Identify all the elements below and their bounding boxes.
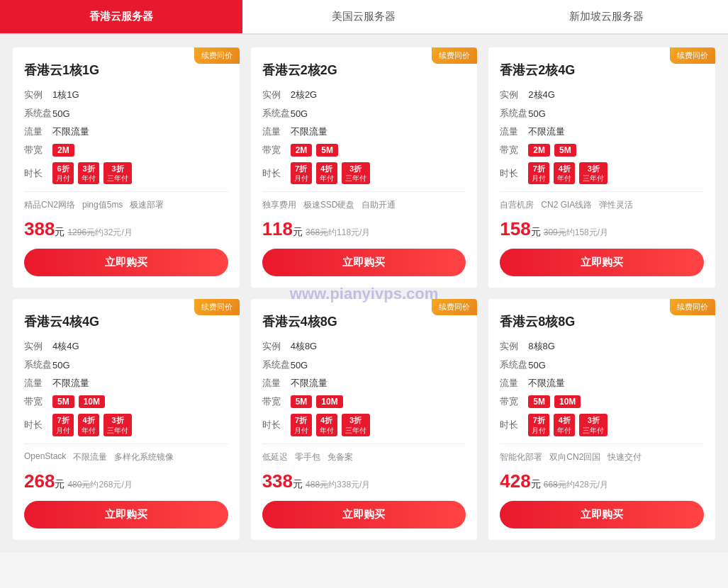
buy-button[interactable]: 立即购买 [500, 249, 704, 276]
spec-row: 系统盘50G [262, 107, 466, 120]
price-section: 158元309元约158元/月 [500, 218, 704, 240]
duration-tag[interactable]: 7折月付 [291, 414, 312, 436]
features-list: 精品CN2网络ping值5ms极速部署 [24, 199, 228, 211]
bandwidth-tag[interactable]: 5M [316, 144, 338, 157]
buy-button[interactable]: 立即购买 [262, 501, 466, 528]
bandwidth-row: 带宽2M5M [262, 144, 466, 157]
bandwidth-tags: 5M10M [52, 395, 105, 408]
bandwidth-label: 带宽 [500, 395, 528, 408]
bandwidth-tag[interactable]: 5M [291, 395, 313, 408]
duration-tag[interactable]: 7折月付 [52, 414, 74, 436]
buy-button[interactable]: 立即购买 [24, 501, 228, 528]
spec-value: 不限流量 [52, 377, 89, 390]
duration-tag[interactable]: 3折三年付 [579, 414, 607, 436]
buy-button[interactable]: 立即购买 [500, 501, 704, 528]
spec-value: 4核8G [291, 340, 318, 353]
spec-value: 50G [52, 108, 70, 119]
spec-value: 不限流量 [291, 125, 327, 138]
spec-value: 8核8G [528, 340, 555, 353]
bandwidth-tag[interactable]: 5M [554, 144, 576, 157]
duration-tag[interactable]: 3折三年付 [103, 162, 132, 184]
duration-tags: 7折月付4折年付3折三年付 [528, 414, 607, 436]
spec-row: 流量不限流量 [262, 125, 466, 138]
products-grid: 续费同价香港云1核1G实例1核1G系统盘50G流量不限流量带宽2M时长6折月付3… [0, 35, 728, 553]
price-original: 488元 [306, 480, 328, 490]
product-title: 香港云1核1G [24, 62, 228, 79]
bandwidth-tag[interactable]: 2M [52, 144, 74, 157]
price-original: 668元 [544, 480, 566, 490]
product-card-1: 续费同价香港云1核1G实例1核1G系统盘50G流量不限流量带宽2M时长6折月付3… [13, 47, 240, 288]
product-card-4: 续费同价香港云4核4G实例4核4G系统盘50G流量不限流量带宽5M10M时长7折… [13, 299, 240, 539]
duration-tag[interactable]: 4折年付 [554, 414, 575, 436]
bandwidth-tags: 2M5M [528, 144, 576, 157]
spec-value: 2核4G [528, 89, 555, 101]
tab-usa[interactable]: 美国云服务器 [242, 0, 485, 33]
duration-tag[interactable]: 4折年付 [316, 162, 337, 184]
bandwidth-tag[interactable]: 10M [316, 395, 342, 408]
price-main: 158 [500, 218, 530, 239]
duration-tag[interactable]: 3折三年付 [579, 162, 607, 184]
duration-tag[interactable]: 4折年付 [554, 162, 575, 184]
feature-item: 不限流量 [73, 451, 107, 463]
spec-row: 流量不限流量 [500, 125, 704, 138]
price-monthly: 约158元/月 [566, 227, 608, 237]
price-original: 368元 [306, 227, 328, 237]
feature-item: 独享费用 [262, 199, 296, 211]
duration-tag[interactable]: 3折三年付 [342, 414, 370, 436]
bandwidth-tag[interactable]: 2M [528, 144, 550, 157]
spec-label: 系统盘 [24, 358, 52, 371]
spec-value: 不限流量 [291, 377, 327, 390]
duration-tag[interactable]: 7折月付 [291, 162, 312, 184]
duration-tag[interactable]: 4折年付 [316, 414, 337, 436]
duration-tag[interactable]: 3折年付 [78, 162, 99, 184]
feature-item: 智能化部署 [500, 451, 542, 463]
buy-button[interactable]: 立即购买 [24, 249, 228, 276]
duration-tag[interactable]: 3折三年付 [342, 162, 370, 184]
product-title: 香港云4核8G [262, 313, 466, 330]
price-monthly: 约268元/月 [90, 480, 132, 490]
duration-tag[interactable]: 6折月付 [52, 162, 74, 184]
duration-label: 时长 [500, 167, 528, 180]
duration-tags: 7折月付4折年付3折三年付 [291, 414, 370, 436]
spec-row: 系统盘50G [24, 107, 228, 120]
spec-value: 2核2G [291, 89, 318, 101]
price-section: 268元480元约268元/月 [24, 470, 228, 492]
duration-tag[interactable]: 4折年付 [78, 414, 99, 436]
buy-button[interactable]: 立即购买 [262, 249, 466, 276]
bandwidth-tag[interactable]: 10M [79, 395, 105, 408]
spec-row: 系统盘50G [262, 358, 466, 371]
spec-label: 流量 [262, 125, 291, 138]
product-title: 香港云8核8G [500, 313, 704, 330]
bandwidth-tag[interactable]: 5M [528, 395, 550, 408]
duration-tag[interactable]: 3折三年付 [103, 414, 132, 436]
spec-label: 系统盘 [500, 107, 528, 120]
duration-label: 时长 [262, 419, 291, 431]
duration-tag[interactable]: 7折月付 [528, 162, 549, 184]
duration-tag[interactable]: 7折月付 [528, 414, 549, 436]
product-title: 香港云2核4G [500, 62, 704, 79]
tab-hongkong[interactable]: 香港云服务器 [0, 0, 242, 33]
tab-singapore[interactable]: 新加坡云服务器 [486, 0, 728, 33]
spec-row: 实例2核2G [262, 89, 466, 101]
feature-item: 精品CN2网络 [24, 199, 75, 211]
spec-label: 系统盘 [500, 358, 528, 371]
spec-label: 流量 [24, 377, 52, 390]
spec-label: 实例 [24, 340, 52, 353]
spec-value: 50G [528, 108, 546, 119]
price-unit: 元 [55, 478, 65, 490]
price-section: 118元368元约118元/月 [262, 218, 466, 240]
bandwidth-tag[interactable]: 5M [52, 395, 74, 408]
price-unit: 元 [531, 226, 541, 237]
spec-row: 系统盘50G [500, 358, 704, 371]
spec-label: 系统盘 [24, 107, 52, 120]
feature-item: OpenStack [24, 451, 66, 463]
bandwidth-tag[interactable]: 2M [291, 144, 313, 157]
bandwidth-tag[interactable]: 10M [554, 395, 581, 408]
price-monthly: 约118元/月 [328, 227, 370, 237]
spec-row: 流量不限流量 [24, 125, 228, 138]
duration-label: 时长 [500, 419, 528, 431]
spec-value: 4核4G [52, 340, 79, 353]
price-monthly: 约338元/月 [328, 480, 370, 490]
price-original: 480元 [67, 480, 90, 490]
spec-label: 实例 [500, 89, 528, 101]
